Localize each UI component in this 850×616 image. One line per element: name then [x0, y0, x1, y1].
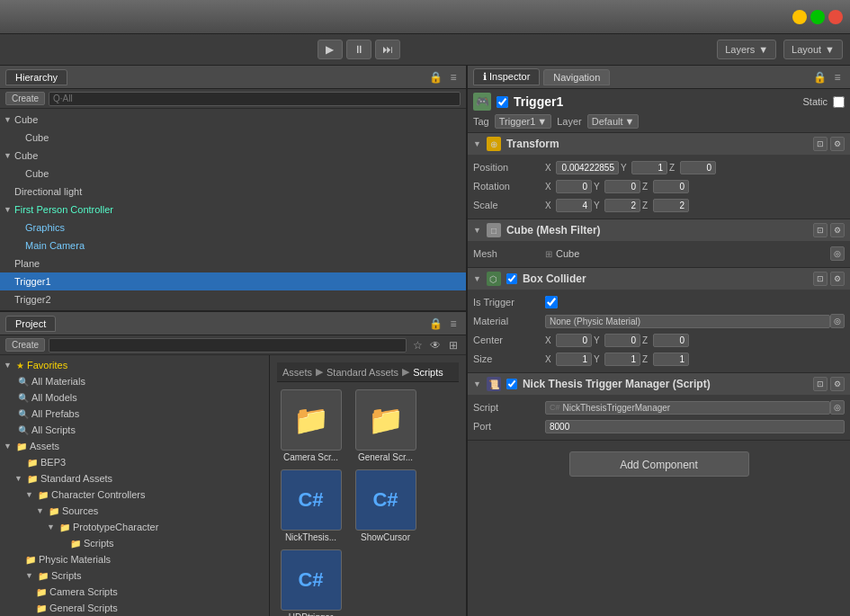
size-z-input[interactable] — [653, 353, 689, 366]
breadcrumb-assets[interactable]: Assets — [282, 367, 312, 378]
maximize-button[interactable] — [810, 10, 825, 24]
position-x-input[interactable] — [556, 161, 619, 174]
transform-copy-icon[interactable]: ⊡ — [813, 137, 828, 151]
minimize-button[interactable] — [792, 10, 807, 24]
list-item[interactable]: Trigger2 — [0, 290, 466, 308]
tree-item-sources[interactable]: ▼ 📁 Sources — [0, 503, 269, 519]
hierarchy-search-input[interactable] — [49, 92, 461, 106]
tree-item-all-models[interactable]: 🔍 All Models — [0, 389, 269, 406]
hierarchy-create-button[interactable]: Create — [5, 92, 45, 105]
tag-dropdown[interactable]: Trigger1 ▼ — [495, 114, 551, 129]
script-copy-icon[interactable]: ⊡ — [813, 377, 828, 391]
rotation-y-input[interactable] — [604, 180, 640, 193]
size-x-input[interactable] — [556, 353, 592, 366]
position-z-input[interactable] — [680, 161, 716, 174]
list-item[interactable]: Trigger1 — [0, 272, 466, 290]
scale-z-input[interactable] — [653, 199, 689, 212]
static-checkbox[interactable] — [833, 96, 845, 108]
mesh-filter-settings-icon[interactable]: ⚙ — [830, 223, 845, 237]
tree-item-prototype-character[interactable]: ▼ 📁 PrototypeCharacter — [0, 519, 269, 535]
center-z-input[interactable] — [653, 334, 689, 347]
object-active-checkbox[interactable] — [497, 96, 508, 108]
asset-item-show-cursor[interactable]: C# ShowCursor — [352, 469, 419, 542]
box-collider-copy-icon[interactable]: ⊡ — [813, 272, 828, 286]
hierarchy-lock-icon[interactable]: 🔒 — [428, 70, 443, 85]
layout-dropdown[interactable]: Layout ▼ — [783, 40, 843, 59]
asset-item-general-scr[interactable]: 📁 General Scr... — [352, 389, 419, 462]
tree-item-character-controllers[interactable]: ▼ 📁 Character Controllers — [0, 487, 269, 503]
rotation-z-input[interactable] — [653, 180, 689, 193]
scale-y-input[interactable] — [604, 199, 640, 212]
box-collider-header[interactable]: ▼ ⬡ Box Collider ⊡ ⚙ — [468, 268, 850, 290]
list-item[interactable]: ▼ First Person Controller — [0, 201, 466, 219]
favorite-icon[interactable]: ☆ — [410, 338, 425, 353]
list-item[interactable]: ▼ Cube — [0, 111, 466, 129]
script-enabled-checkbox[interactable] — [506, 379, 517, 389]
transform-settings-icon[interactable]: ⚙ — [830, 137, 845, 151]
mesh-filter-copy-icon[interactable]: ⊡ — [813, 223, 828, 237]
center-xyz: X Y Z — [545, 334, 845, 347]
scale-x-input[interactable] — [556, 199, 592, 212]
breadcrumb-standard-assets[interactable]: Standard Assets — [327, 367, 398, 378]
tree-item-all-scripts[interactable]: 🔍 All Scripts — [0, 422, 269, 438]
mesh-filter-header[interactable]: ▼ □ Cube (Mesh Filter) ⊡ ⚙ — [468, 219, 850, 241]
center-x-input[interactable] — [556, 334, 592, 347]
transform-component-header[interactable]: ▼ ⊕ Transform ⊡ ⚙ — [468, 133, 850, 155]
list-item[interactable]: Cube — [11, 165, 466, 183]
list-item[interactable]: ▼ Cube — [0, 147, 466, 165]
asset-item-udptrigger[interactable]: C# UDPtrigger — [277, 549, 344, 616]
navigation-tab[interactable]: Navigation — [543, 69, 610, 85]
list-item[interactable]: Directional light — [0, 183, 466, 201]
close-button[interactable] — [828, 10, 843, 24]
script-settings-icon[interactable]: ⚙ — [830, 377, 845, 391]
step-button[interactable]: ⏭ — [375, 40, 400, 59]
box-collider-settings-icon[interactable]: ⚙ — [830, 272, 845, 286]
is-trigger-checkbox[interactable] — [545, 296, 558, 308]
tree-item-scripts-sub[interactable]: 📁 Scripts — [0, 535, 269, 551]
asset-item-camera-scr[interactable]: 📁 Camera Scr... — [277, 389, 344, 462]
tree-item-general-scripts[interactable]: 📁 General Scripts — [0, 600, 269, 616]
hierarchy-tab[interactable]: Hierarchy — [5, 69, 67, 85]
port-input[interactable] — [545, 420, 845, 433]
layer-dropdown[interactable]: Default ▼ — [587, 114, 640, 129]
list-item[interactable]: Plane — [0, 254, 466, 272]
list-item[interactable]: Cube — [11, 129, 466, 147]
tree-item-standard-assets[interactable]: ▼ 📁 Standard Assets — [0, 470, 269, 487]
position-y-input[interactable] — [631, 161, 667, 174]
tree-item-assets[interactable]: ▼ 📁 Assets — [0, 438, 269, 454]
project-menu-icon[interactable]: ≡ — [446, 317, 461, 331]
script-select-icon[interactable]: ◎ — [830, 400, 845, 415]
play-button[interactable]: ▶ — [318, 40, 343, 59]
asset-item-nick-thesis[interactable]: C# NickThesis... — [277, 469, 344, 542]
project-search-input[interactable] — [49, 338, 407, 353]
layers-dropdown[interactable]: Layers ▼ — [717, 40, 776, 59]
inspector-menu-icon[interactable]: ≡ — [830, 70, 845, 85]
eye-icon[interactable]: 👁 — [428, 338, 443, 353]
tree-item-favorites[interactable]: ▼ ★ Favorites — [0, 357, 269, 373]
tree-item-camera-scripts[interactable]: 📁 Camera Scripts — [0, 584, 269, 600]
pause-button[interactable]: ⏸ — [346, 40, 371, 59]
item-label: Cube — [25, 168, 49, 179]
list-item[interactable]: Graphics — [11, 219, 466, 237]
tree-item-scripts[interactable]: ▼ 📁 Scripts — [0, 567, 269, 584]
mesh-select-icon[interactable]: ◎ — [830, 246, 845, 261]
tree-item-physic-materials[interactable]: 📁 Physic Materials — [0, 551, 269, 567]
box-collider-enabled-checkbox[interactable] — [506, 273, 517, 284]
grid-icon[interactable]: ⊞ — [446, 338, 461, 353]
project-lock-icon[interactable]: 🔒 — [428, 317, 443, 331]
inspector-tab[interactable]: ℹ Inspector — [473, 68, 540, 85]
project-create-button[interactable]: Create — [5, 338, 45, 352]
material-select-icon[interactable]: ◎ — [830, 314, 845, 328]
tree-item-all-materials[interactable]: 🔍 All Materials — [0, 373, 269, 389]
project-tab[interactable]: Project — [5, 316, 56, 332]
inspector-lock-icon[interactable]: 🔒 — [812, 70, 827, 85]
tree-item-bep3[interactable]: 📁 BEP3 — [0, 454, 269, 470]
center-y-input[interactable] — [604, 334, 640, 347]
list-item[interactable]: Main Camera — [11, 237, 466, 254]
script-component-header[interactable]: ▼ 📜 Nick Thesis Trigger Manager (Script)… — [468, 373, 850, 395]
size-y-input[interactable] — [604, 353, 640, 366]
add-component-button[interactable]: Add Component — [569, 451, 749, 477]
tree-item-all-prefabs[interactable]: 🔍 All Prefabs — [0, 406, 269, 422]
rotation-x-input[interactable] — [556, 180, 592, 193]
hierarchy-menu-icon[interactable]: ≡ — [446, 70, 461, 85]
